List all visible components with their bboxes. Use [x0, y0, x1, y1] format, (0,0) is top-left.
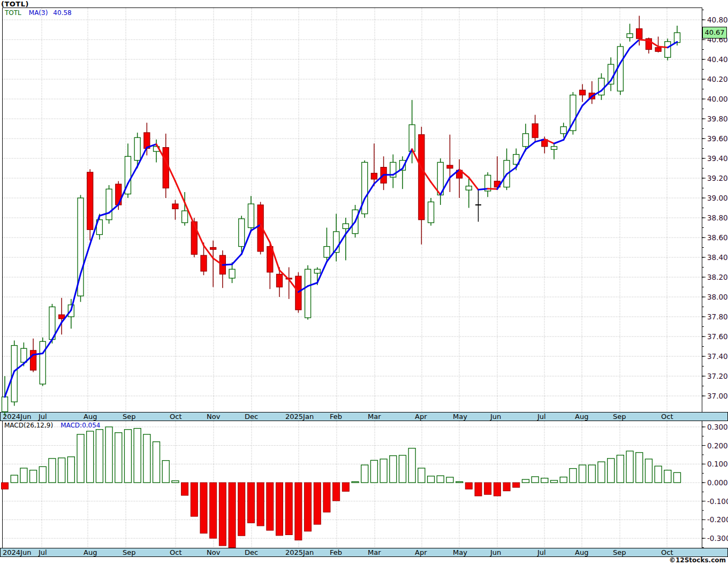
svg-text:2024Jun: 2024Jun [3, 413, 31, 421]
svg-text:37.80: 37.80 [707, 312, 728, 321]
macd-panel-legend: MACD(26,12,9)MACD:0.054 [4, 422, 101, 429]
svg-text:Sep: Sep [123, 413, 136, 421]
svg-text:Jul: Jul [537, 413, 546, 421]
svg-text:-0.300: -0.300 [707, 534, 728, 543]
svg-text:Dec: Dec [245, 413, 258, 421]
svg-text:38.40: 38.40 [707, 253, 728, 262]
svg-text:Sep: Sep [123, 548, 136, 556]
ma-label: MA(3) [29, 9, 48, 17]
svg-text:40.40: 40.40 [707, 55, 728, 64]
svg-text:Apr: Apr [415, 413, 427, 421]
svg-text:40.20: 40.20 [707, 75, 728, 83]
svg-text:Aug: Aug [84, 413, 97, 421]
svg-text:2025Jan: 2025Jan [285, 548, 314, 556]
svg-text:39.60: 39.60 [707, 134, 728, 143]
svg-text:38.20: 38.20 [707, 273, 728, 281]
svg-text:Oct: Oct [661, 548, 673, 556]
svg-text:0.100: 0.100 [707, 460, 728, 468]
svg-text:38.00: 38.00 [707, 293, 728, 301]
svg-text:0.000: 0.000 [707, 478, 728, 487]
svg-text:Oct: Oct [170, 548, 181, 556]
svg-text:Mar: Mar [368, 548, 381, 556]
price-panel-legend: TOTLMA(3)40.58 [5, 9, 72, 17]
svg-text:0.200: 0.200 [707, 441, 728, 450]
svg-text:Aug: Aug [575, 413, 588, 421]
svg-text:40.80: 40.80 [707, 16, 728, 24]
svg-text:Aug: Aug [84, 548, 97, 556]
svg-text:39.40: 39.40 [707, 154, 728, 163]
svg-text:-0.100: -0.100 [707, 497, 728, 506]
svg-text:37.20: 37.20 [707, 372, 728, 380]
svg-text:39.00: 39.00 [707, 194, 728, 202]
svg-text:Jul: Jul [38, 548, 47, 556]
svg-text:Jun: Jun [490, 413, 501, 421]
svg-text:2024Jun: 2024Jun [3, 548, 31, 556]
svg-text:37.40: 37.40 [707, 352, 728, 361]
stock-chart-page: 40.8040.6040.4040.2040.0039.8039.6039.40… [0, 0, 728, 565]
svg-text:Nov: Nov [207, 548, 221, 556]
svg-text:Feb: Feb [330, 413, 342, 421]
svg-text:Mar: Mar [368, 413, 381, 421]
svg-text:Feb: Feb [330, 548, 342, 556]
page-title: (TOTL) [1, 0, 29, 8]
svg-text:39.80: 39.80 [707, 114, 728, 123]
symbol-label: TOTL [5, 9, 21, 17]
svg-text:Jul: Jul [537, 548, 546, 556]
svg-text:Jul: Jul [38, 413, 47, 421]
svg-text:May: May [453, 548, 467, 556]
svg-text:Nov: Nov [207, 413, 221, 421]
svg-text:38.80: 38.80 [707, 213, 728, 222]
macd-params-label: MACD(26,12,9) [4, 422, 53, 429]
svg-text:Sep: Sep [613, 413, 626, 421]
chart-canvas: 40.8040.6040.4040.2040.0039.8039.6039.40… [0, 0, 728, 565]
svg-text:Dec: Dec [245, 548, 258, 556]
svg-text:37.00: 37.00 [707, 392, 728, 400]
svg-text:Jun: Jun [490, 548, 501, 556]
svg-text:May: May [453, 413, 467, 421]
copyright-label: ©12Stocks.com [669, 556, 726, 564]
svg-text:40.00: 40.00 [707, 95, 728, 103]
svg-text:-0.200: -0.200 [707, 515, 728, 524]
svg-text:Aug: Aug [575, 548, 588, 556]
svg-text:Oct: Oct [170, 413, 181, 421]
macd-value-label: MACD:0.054 [60, 422, 100, 429]
svg-text:37.60: 37.60 [707, 332, 728, 341]
svg-text:2025Jan: 2025Jan [285, 413, 314, 421]
current-price-tag: 40.67 [702, 27, 727, 39]
svg-text:Oct: Oct [661, 413, 673, 421]
svg-text:39.20: 39.20 [707, 174, 728, 182]
ma-value: 40.58 [53, 9, 71, 17]
svg-text:Apr: Apr [415, 548, 427, 556]
svg-text:38.60: 38.60 [707, 233, 728, 242]
svg-text:0.300: 0.300 [707, 423, 728, 431]
svg-text:Sep: Sep [613, 548, 626, 556]
